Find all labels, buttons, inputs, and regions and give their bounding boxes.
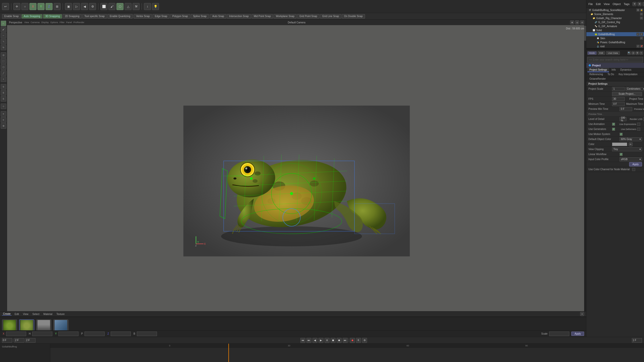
tree-row-goliath[interactable]: 🐸 GoliathBullfrog ✓ T — [586, 32, 644, 36]
props-icon1[interactable]: ◎ — [631, 51, 635, 55]
vp-icon2[interactable]: ◎ — [575, 20, 579, 24]
vp-vscroll[interactable] — [584, 25, 586, 335]
tab-todo[interactable]: To Do — [606, 72, 616, 77]
axis-x-btn[interactable]: X — [29, 3, 36, 10]
coord-apply-btn[interactable]: Apply — [571, 332, 584, 336]
skip-end-btn[interactable]: ⏭ — [343, 338, 348, 343]
color-swatch[interactable] — [612, 143, 627, 146]
3d-snapping-btn[interactable]: 3D Snapping — [43, 14, 62, 19]
tree-row-poses[interactable]: 🎭 Poses: GoliathBullfrog — [586, 40, 644, 44]
tab-project-settings[interactable]: Project Settings — [587, 68, 609, 72]
auto-snapping-btn[interactable]: Auto Snapping — [21, 14, 43, 19]
move-btn[interactable]: ✛ — [13, 3, 20, 10]
tree-row-armature[interactable]: 🦴 G_GR_Armature — [586, 24, 644, 28]
scale-tool-btn[interactable]: ⤡ — [1, 39, 6, 44]
use-deformers-checkbox[interactable] — [637, 128, 640, 131]
tree-vis-btn3[interactable]: ✓ — [636, 33, 639, 36]
asset-tab-view[interactable]: View — [22, 313, 29, 315]
rp-icon2[interactable]: ⊞ — [637, 2, 641, 6]
apply-button[interactable]: Apply — [629, 162, 642, 166]
workplane-snap-btn[interactable]: Workplane Snap — [273, 14, 297, 19]
polygon-snap-btn[interactable]: Polygon Snap — [170, 14, 190, 19]
tree-row-root[interactable]: ⚓ root ✓ 📌 — [586, 44, 644, 48]
linear-workflow-checkbox[interactable]: ✓ — [620, 153, 623, 156]
x-field[interactable] — [6, 332, 26, 336]
render-active-btn[interactable]: ▷ — [73, 3, 80, 10]
rotate-tool-btn[interactable]: ↻ — [1, 45, 6, 50]
viewport[interactable]: Perspective View Cameras Display Options… — [7, 20, 586, 337]
tab-dynamics[interactable]: Dynamics — [618, 68, 633, 72]
gridline-snap-btn[interactable]: Grid Line Snap — [320, 14, 341, 19]
rp-view-menu[interactable]: View — [604, 3, 610, 6]
scene-btn[interactable]: ≡ — [1, 117, 6, 123]
live-select-btn[interactable]: ◎ — [1, 52, 6, 58]
asset-tab-select[interactable]: Select — [31, 313, 41, 315]
asset-tab-material[interactable]: Material — [43, 313, 54, 315]
search-icon[interactable]: 🔍 — [627, 51, 631, 55]
color-channel-checkbox[interactable] — [632, 168, 635, 171]
props-icon3[interactable]: ≡ — [639, 51, 643, 55]
tool1-btn[interactable]: S — [1, 84, 6, 89]
tree-tag-btn[interactable]: T — [640, 33, 643, 36]
tree-row-scene-elements[interactable]: 📁 Scene_Elements ✓ — [586, 12, 644, 16]
tree-row-character[interactable]: 📁 Goliath_Rig_Character ✓ — [586, 16, 644, 20]
box-select-btn[interactable]: ⬚ — [1, 58, 6, 64]
tool-snap-btn[interactable]: Tool specific Snap — [82, 14, 107, 19]
tree-eye-btn[interactable]: 👁 — [636, 9, 639, 12]
enable-snap-btn[interactable]: Enable Snap — [2, 14, 21, 19]
p-field[interactable] — [85, 332, 105, 336]
edit-btn[interactable]: Edit — [598, 51, 605, 55]
vp-menu-panel[interactable]: Panel — [66, 21, 72, 24]
render-region-btn[interactable]: ▣ — [65, 3, 72, 10]
mode-btn[interactable]: Mode — [587, 51, 597, 55]
record-btn[interactable]: ⏺ — [350, 338, 355, 343]
tree-lock-btn[interactable]: 🔒 — [640, 9, 643, 12]
prev-key-btn[interactable]: ⏭ — [306, 338, 311, 343]
tab-octane[interactable]: OctaneRender — [587, 77, 608, 81]
axis-z-btn[interactable]: Z — [46, 3, 53, 10]
tab-referencing[interactable]: Referencing — [587, 72, 605, 77]
view-clipping-dropdown[interactable]: Tiny ▾ — [612, 147, 642, 151]
use-animation-checkbox[interactable]: ✓ — [612, 123, 615, 126]
select-tool-btn[interactable]: ▹ — [1, 21, 6, 26]
z-field[interactable] — [111, 332, 131, 336]
y-field[interactable] — [58, 332, 78, 336]
default-color-dropdown[interactable]: 60% Gray ▾ — [620, 137, 642, 141]
preview-min-value[interactable]: 0 F — [620, 107, 632, 111]
quantize-btn[interactable]: Enable Quantizing — [107, 14, 133, 19]
use-expressions-checkbox[interactable] — [637, 123, 640, 126]
world-btn[interactable]: ⊞ — [54, 3, 61, 10]
double-snap-btn[interactable]: On Double Snap — [342, 14, 365, 19]
search-bar[interactable]: << Enter your search string here>> — [587, 57, 643, 62]
timeline-area[interactable]: 0 30 60 90 — [50, 344, 644, 362]
use-motion-checkbox[interactable]: ✓ — [620, 133, 623, 136]
vp-menu-display[interactable]: Display — [41, 21, 49, 24]
tool3-btn[interactable]: S — [1, 96, 6, 102]
modifier-btn[interactable]: ⊹ — [1, 104, 6, 109]
auto-snap-btn[interactable]: Auto Snap — [210, 14, 226, 19]
vp-menu-prorender[interactable]: ProRender — [73, 21, 85, 24]
edge-btn[interactable]: ╱ — [1, 70, 6, 76]
paint-btn[interactable]: 🖌 — [108, 3, 115, 10]
asset-tab-create[interactable]: Create — [2, 312, 12, 315]
tools-btn[interactable]: ⚒ — [133, 3, 140, 10]
paint-tool-btn[interactable]: 🖌 — [1, 27, 6, 32]
rp-file-menu[interactable]: File — [588, 3, 593, 6]
vertex-snap-btn[interactable]: Vertex Snap — [134, 14, 152, 19]
vp-menu-filter[interactable]: Filter — [60, 21, 65, 24]
current-frame-field[interactable]: 0 F — [2, 338, 12, 343]
scale-project-btn[interactable]: Scale Project... — [612, 92, 642, 96]
move-tool-btn[interactable]: ↔ — [1, 33, 6, 38]
vp-menu-view[interactable]: View — [24, 21, 29, 24]
gridpoint-snap-btn[interactable]: Grid Point Snap — [297, 14, 319, 19]
autokey-btn[interactable]: K — [356, 338, 361, 343]
anim-settings-btn[interactable]: ⚙ — [362, 338, 367, 343]
next-key-btn[interactable]: ⏺ — [337, 338, 342, 343]
props-icon2[interactable]: ⚙ — [635, 51, 639, 55]
frame-display[interactable]: 1 F — [632, 338, 642, 343]
tab-key-interp[interactable]: Key Interpolation — [617, 72, 639, 77]
midpoint-snap-btn[interactable]: Mid Point Snap — [252, 14, 273, 19]
undo-btn[interactable]: ↩ — [2, 3, 9, 10]
frame-marker-1[interactable]: 2 F — [14, 338, 24, 343]
tree-vis-btn5[interactable]: ✓ — [636, 45, 639, 48]
